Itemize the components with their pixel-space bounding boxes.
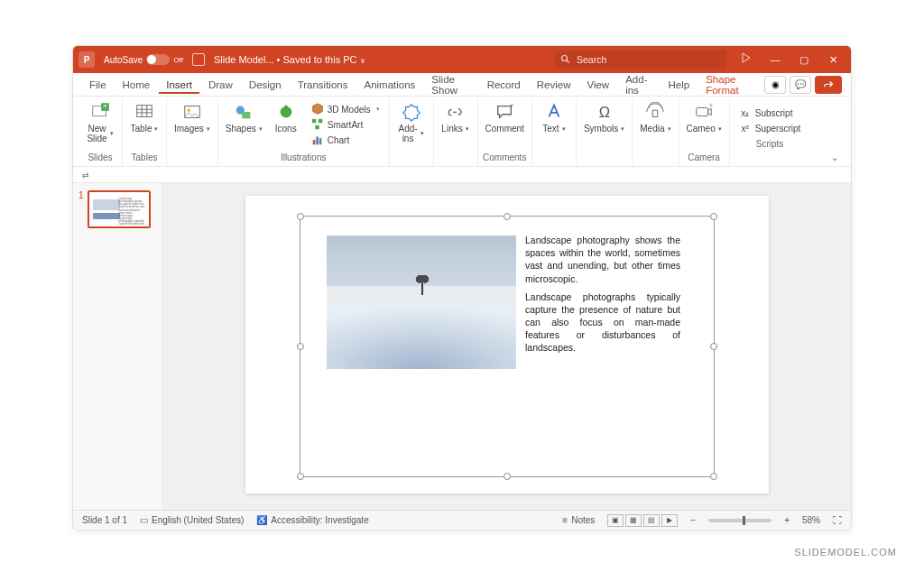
- text-button[interactable]: Text: [536, 100, 572, 135]
- group-illustrations: Shapes Icons 3D Models▾ SmartArt Chart I…: [218, 98, 390, 166]
- resize-handle-bm[interactable]: [504, 473, 511, 480]
- ribbon-collapse-button[interactable]: ⌄: [824, 149, 845, 166]
- group-slides: + New Slide Slides: [79, 98, 123, 166]
- images-button[interactable]: Images: [171, 100, 214, 135]
- camera-mode-button[interactable]: ◉: [764, 76, 786, 94]
- fit-window-button[interactable]: ⛶: [833, 515, 842, 525]
- svg-rect-14: [312, 119, 316, 123]
- save-icon[interactable]: [192, 53, 205, 66]
- addins-label: Add- ins: [398, 124, 423, 143]
- comment-button[interactable]: + Comment: [482, 100, 528, 135]
- autosave-state: Off: [173, 56, 183, 64]
- share-button[interactable]: [815, 76, 842, 94]
- tab-file[interactable]: File: [82, 76, 114, 94]
- tab-shape-format[interactable]: Shape Format: [698, 70, 762, 99]
- tab-view[interactable]: View: [579, 76, 616, 94]
- slide-image[interactable]: [327, 235, 516, 369]
- resize-handle-tm[interactable]: [504, 213, 511, 220]
- resize-handle-br[interactable]: [710, 473, 717, 480]
- symbols-icon: Ω: [595, 102, 614, 122]
- subscript-button[interactable]: x₂Subscript: [737, 106, 803, 120]
- sorter-view-button[interactable]: ▦: [625, 514, 642, 527]
- new-slide-button[interactable]: + New Slide: [82, 100, 118, 145]
- normal-view-button[interactable]: ▣: [607, 514, 624, 527]
- thumbnail-1[interactable]: 1 Landscape photography shows the spaces…: [79, 190, 157, 228]
- thumbnail-number: 1: [79, 190, 84, 228]
- document-title[interactable]: Slide Model... • Saved to this PC ∨: [214, 54, 365, 65]
- mic-icon[interactable]: [734, 51, 759, 69]
- cameo-button[interactable]: + Cameo: [683, 100, 725, 135]
- svg-rect-18: [316, 137, 319, 145]
- group-symbols: Ω Symbols: [577, 98, 633, 166]
- symbols-button[interactable]: Ω Symbols: [580, 100, 628, 135]
- addins-button[interactable]: Add- ins: [393, 100, 430, 145]
- notes-button[interactable]: ≡Notes: [562, 515, 595, 525]
- tab-addins[interactable]: Add-ins: [618, 70, 659, 99]
- language-button[interactable]: ▭English (United States): [140, 515, 244, 525]
- maximize-button[interactable]: ▢: [791, 51, 817, 69]
- group-illustrations-label: Illustrations: [281, 151, 327, 164]
- media-button[interactable]: Media: [636, 100, 674, 135]
- resize-handle-ml[interactable]: [297, 343, 304, 350]
- toggle-icon: [146, 54, 170, 65]
- svg-rect-13: [242, 112, 250, 118]
- resize-handle-bl[interactable]: [297, 473, 304, 480]
- table-button[interactable]: Table: [126, 100, 162, 135]
- statusbar: Slide 1 of 1 ▭English (United States) ♿A…: [73, 510, 851, 530]
- tab-transitions[interactable]: Transitions: [291, 76, 356, 94]
- tab-draw[interactable]: Draw: [201, 76, 240, 94]
- zoom-slider[interactable]: [708, 519, 772, 522]
- tab-help[interactable]: Help: [661, 76, 698, 94]
- minimize-button[interactable]: —: [762, 51, 788, 69]
- reading-view-button[interactable]: ▤: [643, 514, 660, 527]
- media-label: Media: [640, 124, 670, 134]
- book-icon: ▭: [140, 515, 148, 525]
- superscript-button[interactable]: x²Superscript: [737, 121, 803, 135]
- slide-canvas-area[interactable]: Landscape photography shows the spaces w…: [163, 183, 851, 510]
- icons-button[interactable]: Icons: [268, 100, 304, 135]
- autosave-label: AutoSave: [104, 55, 143, 65]
- autosave-toggle[interactable]: AutoSave Off: [104, 54, 183, 65]
- tab-design[interactable]: Design: [242, 76, 289, 94]
- slide[interactable]: Landscape photography shows the spaces w…: [245, 196, 769, 494]
- slide-position[interactable]: Slide 1 of 1: [82, 515, 127, 525]
- qat-overflow-icon[interactable]: ⇄: [82, 171, 89, 180]
- group-text: Text: [532, 98, 577, 166]
- paragraph-1: Landscape photography shows the spaces w…: [525, 234, 680, 285]
- links-button[interactable]: Links: [438, 100, 474, 135]
- zoom-out-button[interactable]: −: [690, 515, 696, 525]
- resize-handle-tr[interactable]: [710, 213, 717, 220]
- chart-button[interactable]: Chart: [310, 133, 382, 147]
- 3d-models-icon: [311, 103, 324, 115]
- zoom-level[interactable]: 58%: [802, 515, 820, 525]
- tab-insert[interactable]: Insert: [159, 76, 199, 94]
- resize-handle-tl[interactable]: [297, 213, 304, 220]
- svg-rect-5: [137, 106, 152, 117]
- comment-label: Comment: [485, 124, 524, 134]
- comments-pane-button[interactable]: 💬: [790, 76, 811, 94]
- addins-icon: [402, 102, 421, 122]
- tab-home[interactable]: Home: [116, 76, 158, 94]
- tab-record[interactable]: Record: [480, 76, 528, 94]
- search-icon: [560, 54, 571, 65]
- group-images-label: [191, 151, 194, 164]
- window-controls: — ▢ ✕: [734, 51, 845, 69]
- slideshow-view-button[interactable]: ▶: [661, 514, 678, 527]
- symbols-label: Symbols: [584, 124, 624, 134]
- quick-access-bar: ⇄: [73, 167, 851, 183]
- zoom-in-button[interactable]: +: [784, 515, 790, 525]
- tab-animations[interactable]: Animations: [356, 76, 422, 94]
- tab-review[interactable]: Review: [530, 76, 578, 94]
- group-images: Images: [167, 98, 218, 166]
- slide-text-box[interactable]: Landscape photography shows the spaces w…: [525, 234, 680, 360]
- shapes-button[interactable]: Shapes: [222, 100, 266, 135]
- close-button[interactable]: ✕: [820, 51, 845, 69]
- svg-rect-19: [319, 138, 321, 144]
- 3d-models-button[interactable]: 3D Models▾: [310, 102, 382, 116]
- smartart-button[interactable]: SmartArt: [310, 117, 382, 132]
- search-input[interactable]: Search: [555, 51, 726, 69]
- resize-handle-mr[interactable]: [710, 343, 717, 350]
- tab-slideshow[interactable]: Slide Show: [424, 70, 477, 99]
- accessibility-button[interactable]: ♿Accessibility: Investigate: [256, 515, 368, 525]
- group-camera-label: Camera: [688, 151, 720, 164]
